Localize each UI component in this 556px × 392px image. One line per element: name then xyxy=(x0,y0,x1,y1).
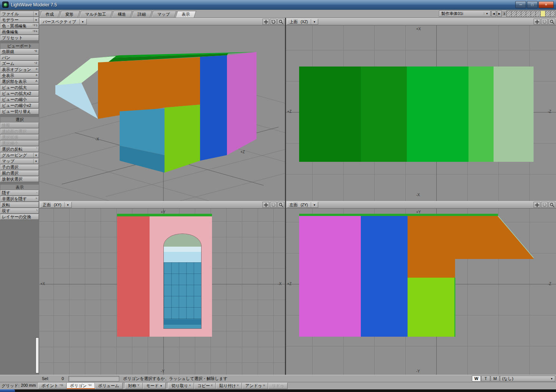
sidebar-item-grouping[interactable]: グルーピング▼ xyxy=(0,152,39,158)
vmap-weight-button[interactable]: W xyxy=(472,376,481,382)
sidebar-item-modeler[interactable]: モデラー▼ xyxy=(0,17,39,23)
pan-icon[interactable] xyxy=(534,19,540,25)
sidebar-item-file[interactable]: ファイル▼ xyxy=(0,11,39,17)
volume-mode-button[interactable]: ボリューム xyxy=(95,383,123,389)
vmap-selector[interactable]: (なし) ▼ xyxy=(500,376,555,382)
chevron-down-icon: ▼ xyxy=(33,153,37,158)
layer-button-active[interactable] xyxy=(540,10,546,17)
layer-button[interactable] xyxy=(511,10,516,17)
sidebar-item-map[interactable]: マップ▼ xyxy=(0,158,39,164)
chevron-down-icon: ▼ xyxy=(79,19,84,24)
viewport-type-selector[interactable]: 上面 (XZ) ▼ xyxy=(287,19,318,25)
sidebar-item-image-editor[interactable]: 画像編集^F4 xyxy=(0,29,39,35)
sidebar-item-zoom-in-view[interactable]: ビューの拡大 xyxy=(0,85,39,90)
symmetry-button[interactable]: 対称 Y xyxy=(125,383,143,389)
title-bar[interactable]: LightWave Modeler 7.5 ─ □ × xyxy=(0,0,556,10)
sidebar-item-flip[interactable]: 反転 xyxy=(0,202,39,208)
sidebar-item-zoom[interactable]: ズーム^Z xyxy=(0,61,39,67)
model-left-yellowgreen xyxy=(408,278,455,337)
viewport-type-selector[interactable]: 正面 (XY) ▼ xyxy=(40,202,72,208)
tab-create[interactable]: 作成 xyxy=(39,11,60,18)
layer-button[interactable] xyxy=(545,10,550,17)
layer-button[interactable] xyxy=(506,10,512,17)
zoom-icon[interactable] xyxy=(549,19,555,25)
pan-icon[interactable] xyxy=(262,202,269,208)
polygon-mode-button[interactable]: ポリゴン ^H xyxy=(67,383,95,389)
sidebar-scrollbar[interactable] xyxy=(36,337,39,373)
layer-button[interactable] xyxy=(535,10,541,17)
sidebar-item-swap-layers[interactable]: レイヤーの交換 xyxy=(0,214,39,220)
layer-button[interactable] xyxy=(550,10,555,17)
paste-button[interactable]: 貼り付け v xyxy=(216,383,242,389)
viewport-canvas-left[interactable]: +Y -Y +Z -Z xyxy=(286,209,556,375)
tab-multiply[interactable]: マルチ加工 xyxy=(79,11,112,18)
rotate-icon[interactable] xyxy=(270,19,277,25)
start-button-sliver[interactable] xyxy=(0,389,15,392)
tab-modify[interactable]: 変形 xyxy=(59,11,80,18)
tab-detail[interactable]: 詳細 xyxy=(131,11,152,18)
viewport-type-selector[interactable]: 左面 (ZY) ▼ xyxy=(287,202,318,208)
sidebar-item-select-connected[interactable]: 連続面の選択 xyxy=(0,129,39,134)
sidebar-item-surface-editor[interactable]: 色・質感編集^F3 xyxy=(0,23,39,29)
viewport-canvas-perspective[interactable]: -X +Z xyxy=(39,25,285,201)
zoom-icon[interactable] xyxy=(277,19,284,25)
mode-menu-button[interactable]: モード ▼ xyxy=(143,383,166,389)
sidebar-item-magnify[interactable]: 虫眼鏡^E xyxy=(0,49,39,55)
selection-input[interactable] xyxy=(68,376,119,382)
viewport-canvas-top[interactable]: +X -X +Z -Z xyxy=(286,25,556,201)
layer-button[interactable] xyxy=(526,10,531,17)
point-mode-button[interactable]: ポイント ^G xyxy=(38,383,67,389)
sidebar-item-info[interactable]: 情報 xyxy=(0,123,39,128)
vmap-morph-button[interactable]: M xyxy=(491,376,500,382)
sidebar-item-fit-all[interactable]: 全表示a xyxy=(0,73,39,78)
sidebar-item-select-expand[interactable]: 選択拡張 xyxy=(0,135,39,140)
layer-button[interactable] xyxy=(521,10,526,17)
sidebar-item-preset[interactable]: プリセット xyxy=(0,35,39,41)
tab-map[interactable]: マップ xyxy=(151,11,176,18)
sidebar-item-display-options[interactable]: 表示オプションd xyxy=(0,67,39,72)
sidebar-item-pan[interactable]: パン xyxy=(0,55,39,61)
grid-size: グリッド: 200 mm xyxy=(1,383,38,389)
undo-button[interactable]: アンドゥ u xyxy=(242,383,268,389)
pan-icon[interactable] xyxy=(262,19,269,25)
zoom-icon[interactable] xyxy=(549,202,555,208)
app-icon xyxy=(2,1,9,8)
layer-prev-button[interactable]: ◀ xyxy=(491,10,496,17)
sidebar-item-select-contract[interactable]: 選択縮小 xyxy=(0,141,39,146)
sidebar-item-select-parent[interactable]: 親の選択 xyxy=(0,170,39,176)
redo-button[interactable]: リドゥ xyxy=(268,383,288,389)
pan-icon[interactable] xyxy=(534,202,540,208)
viewport-canvas-front[interactable]: +Y -Y +X -X xyxy=(39,209,285,375)
close-button[interactable]: × xyxy=(538,1,554,8)
cut-button[interactable]: 切り取り x xyxy=(168,383,194,389)
layer-button[interactable] xyxy=(531,10,536,17)
taskbar-strip xyxy=(0,389,556,392)
sidebar-item-zoom-in-view-x2[interactable]: ビューの拡大x2 xyxy=(0,91,39,96)
sidebar-item-view-toggle[interactable]: ビュー切り替え xyxy=(0,109,39,114)
sidebar-item-hide-unselected[interactable]: 非選択を隠す= xyxy=(0,196,39,202)
axis-label-right: -Z xyxy=(548,282,551,286)
layer-button[interactable] xyxy=(516,10,521,17)
maximize-button[interactable]: □ xyxy=(527,1,538,8)
minimize-button[interactable]: ─ xyxy=(515,1,526,8)
sidebar-item-zoom-out-view[interactable]: ビューの縮小 xyxy=(0,97,39,102)
viewport-type-selector[interactable]: パースペクティブ ▼ xyxy=(40,19,87,25)
sidebar-item-unhide[interactable]: 現す\ xyxy=(0,208,39,214)
layer-next-button[interactable]: ▶ xyxy=(497,10,502,17)
copy-button[interactable]: コピー c xyxy=(194,383,216,389)
zoom-icon[interactable] xyxy=(277,202,284,208)
tab-display[interactable]: 表示 xyxy=(175,11,196,18)
viewport-front-bar: 正面 (XY) ▼ xyxy=(39,201,285,209)
sidebar-item-zoom-out-view-x2[interactable]: ビューの縮小x2 xyxy=(0,103,39,108)
rotate-icon[interactable] xyxy=(541,19,548,25)
sidebar-item-select-child[interactable]: 子の選択 xyxy=(0,164,39,170)
rotate-icon[interactable] xyxy=(270,202,277,208)
tab-construct[interactable]: 構造 xyxy=(111,11,132,18)
sidebar-item-invert-selection[interactable]: 選択の反転" xyxy=(0,146,39,152)
sidebar-item-hide[interactable]: 隠す- xyxy=(0,190,39,196)
object-selector[interactable]: 製作車体01i ▼ xyxy=(439,10,491,17)
rotate-icon[interactable] xyxy=(541,202,548,208)
vmap-texture-button[interactable]: T xyxy=(481,376,490,382)
sidebar-item-radial-select[interactable]: 放射状選択 xyxy=(0,176,39,182)
sidebar-item-fit-selected[interactable]: 選択部を表示A xyxy=(0,79,39,84)
